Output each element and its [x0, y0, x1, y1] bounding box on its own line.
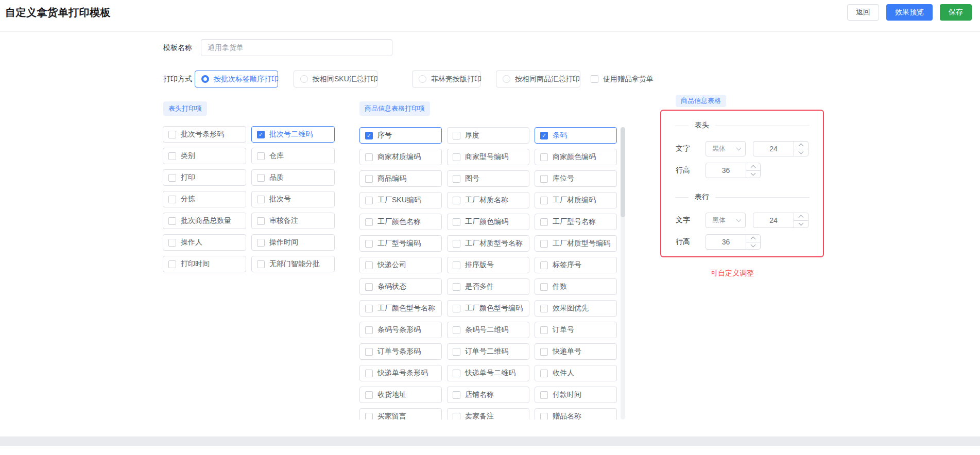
checkbox-item[interactable]: 工厂材质型号名称 [447, 235, 529, 252]
checkbox-icon[interactable] [453, 240, 460, 248]
checkbox-item[interactable]: 商家颜色编码 [535, 149, 617, 165]
checkbox-item[interactable]: 条码状态 [359, 278, 442, 295]
checkbox-icon[interactable] [453, 132, 460, 139]
checkbox-icon[interactable] [540, 283, 548, 291]
checkbox-icon[interactable] [257, 196, 265, 203]
checkbox-item[interactable]: 订单号 [535, 322, 617, 338]
checkbox-item[interactable]: ✓序号 [359, 127, 442, 144]
checkbox-item[interactable]: 卖家备注 [447, 408, 529, 419]
checkbox-item[interactable]: 订单号条形码 [359, 343, 442, 360]
checkbox-item[interactable]: 买家留言 [359, 408, 442, 419]
checkbox-item[interactable]: 图号 [447, 170, 529, 187]
radio-icon[interactable] [300, 75, 308, 83]
save-button[interactable]: 保存 [940, 4, 972, 21]
font-family-select[interactable]: 黑体 [706, 141, 746, 156]
checkbox-item[interactable]: 无部门智能分批 [251, 256, 335, 272]
checkbox-icon[interactable] [168, 239, 176, 247]
checkbox-item[interactable]: 批次号 [251, 191, 335, 207]
checkbox-icon[interactable] [540, 197, 548, 204]
checkbox-item[interactable]: 件数 [535, 278, 617, 295]
vertical-scrollbar[interactable] [621, 127, 625, 419]
checkbox-item[interactable]: 商品编码 [359, 170, 442, 187]
checkbox-item[interactable]: 厚度 [447, 127, 529, 144]
checkbox-icon[interactable] [257, 152, 265, 160]
checkbox-item[interactable]: 条码号条形码 [359, 322, 442, 338]
gift-order-checkbox[interactable]: 使用赠品拿货单 [591, 71, 654, 87]
checkbox-icon[interactable] [365, 153, 373, 161]
line-height-input[interactable]: 36 [706, 234, 761, 250]
checkbox-icon[interactable] [453, 197, 460, 204]
checkbox-item[interactable]: 标签序号 [535, 257, 617, 273]
checkbox-item[interactable]: 品质 [251, 169, 335, 186]
checkbox-icon[interactable] [540, 261, 548, 269]
step-down-button[interactable] [746, 242, 760, 250]
checkbox-item[interactable]: 仓库 [251, 148, 335, 164]
checkbox-item[interactable]: 商家材质编码 [359, 149, 442, 165]
checkbox-icon[interactable] [540, 240, 548, 248]
checkbox-icon[interactable] [540, 391, 548, 399]
checkbox-icon[interactable] [453, 326, 460, 334]
checkbox-icon[interactable] [540, 175, 548, 183]
checkbox-icon[interactable] [257, 174, 265, 182]
checkbox-checked-icon[interactable]: ✓ [257, 131, 265, 138]
checkbox-icon[interactable] [257, 239, 265, 247]
checkbox-item[interactable]: 审核备注 [251, 213, 335, 229]
checkbox-item[interactable]: 类别 [163, 148, 246, 164]
step-down-button[interactable] [794, 149, 808, 156]
step-up-button[interactable] [746, 235, 760, 242]
checkbox-item[interactable]: 工厂SKU编码 [359, 192, 442, 208]
checkbox-item[interactable]: 工厂颜色编码 [447, 214, 529, 230]
checkbox-item[interactable]: 商家型号编码 [447, 149, 529, 165]
back-button[interactable]: 返回 [847, 4, 879, 21]
checkbox[interactable] [591, 75, 598, 83]
font-size-input[interactable]: 24 [753, 141, 809, 156]
checkbox-icon[interactable] [365, 175, 373, 183]
print-mode-option[interactable]: 按相同SKU汇总打印 [294, 71, 377, 87]
checkbox-icon[interactable] [365, 348, 373, 356]
checkbox-item[interactable]: 批次商品总数量 [163, 213, 246, 229]
checkbox-icon[interactable] [540, 370, 548, 377]
checkbox-icon[interactable] [540, 218, 548, 226]
checkbox-icon[interactable] [365, 326, 373, 334]
checkbox-item[interactable]: 库位号 [535, 170, 617, 187]
checkbox-icon[interactable] [365, 413, 373, 420]
checkbox-icon[interactable] [540, 348, 548, 356]
checkbox-item[interactable]: 工厂颜色型号编码 [447, 300, 529, 317]
step-down-button[interactable] [746, 170, 760, 178]
checkbox-icon[interactable] [168, 174, 176, 182]
checkbox-item[interactable]: 工厂型号名称 [535, 214, 617, 230]
checkbox-icon[interactable] [168, 131, 176, 138]
step-down-button[interactable] [794, 220, 808, 228]
checkbox-icon[interactable] [365, 218, 373, 226]
checkbox-item[interactable]: ✓批次号二维码 [251, 126, 335, 143]
checkbox-item[interactable]: 快递单号二维码 [447, 365, 529, 381]
checkbox-item[interactable]: 打印 [163, 169, 246, 186]
checkbox-item[interactable]: 工厂型号编码 [359, 235, 442, 252]
radio-icon[interactable] [503, 75, 510, 83]
checkbox-icon[interactable] [168, 196, 176, 203]
checkbox-icon[interactable] [257, 217, 265, 225]
step-up-button[interactable] [794, 213, 808, 220]
checkbox-icon[interactable] [453, 153, 460, 161]
checkbox-icon[interactable] [453, 391, 460, 399]
checkbox-icon[interactable] [365, 283, 373, 291]
checkbox-icon[interactable] [540, 153, 548, 161]
font-family-select[interactable]: 黑体 [706, 213, 746, 228]
checkbox-item[interactable]: 快递单号 [535, 343, 617, 360]
checkbox-icon[interactable] [540, 326, 548, 334]
checkbox-icon[interactable] [365, 391, 373, 399]
checkbox-item[interactable]: 效果图优先 [535, 300, 617, 317]
checkbox-item[interactable]: 快递公司 [359, 257, 442, 273]
scrollbar-thumb[interactable] [621, 127, 625, 217]
checkbox-item[interactable]: 工厂材质型号编码 [535, 235, 617, 252]
checkbox-icon[interactable] [453, 370, 460, 377]
checkbox-icon[interactable] [365, 370, 373, 377]
checkbox-icon[interactable] [168, 152, 176, 160]
checkbox-icon[interactable] [168, 217, 176, 225]
checkbox-checked-icon[interactable]: ✓ [540, 132, 548, 139]
preview-button[interactable]: 效果预览 [886, 4, 933, 21]
radio-icon[interactable] [201, 75, 209, 83]
print-mode-option[interactable]: 按相同商品汇总打印 [496, 71, 580, 87]
checkbox-item[interactable]: 排序版号 [447, 257, 529, 273]
checkbox-icon[interactable] [453, 261, 460, 269]
